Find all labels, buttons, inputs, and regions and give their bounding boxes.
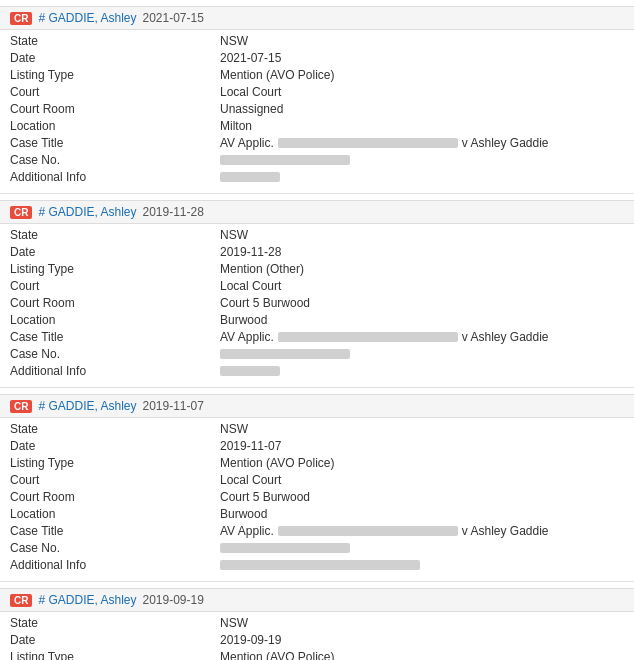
field-row-location: LocationMilton	[10, 117, 624, 134]
field-label: Location	[10, 313, 220, 327]
redacted-bar	[220, 366, 280, 376]
case-title-prefix: AV Applic.	[220, 524, 274, 538]
field-value: 2019-09-19	[220, 633, 624, 647]
field-label: Case No.	[10, 153, 220, 167]
field-value: NSW	[220, 228, 624, 242]
record-block-3: CR# GADDIE, Ashley2019-09-19StateNSWDate…	[0, 582, 634, 660]
record-block-1: CR# GADDIE, Ashley2019-11-28StateNSWDate…	[0, 194, 634, 388]
case-title-prefix: AV Applic.	[220, 136, 274, 150]
field-row-date: Date2019-09-19	[10, 631, 624, 648]
case-title-prefix: AV Applic.	[220, 330, 274, 344]
record-header-date: 2019-11-07	[143, 399, 204, 413]
field-value: AV Applic.v Ashley Gaddie	[220, 524, 624, 538]
field-row-additional-info: Additional Info	[10, 168, 624, 185]
case-title-inline: AV Applic.v Ashley Gaddie	[220, 136, 624, 150]
field-value: Court 5 Burwood	[220, 296, 624, 310]
field-row-listing-type: Listing TypeMention (AVO Police)	[10, 454, 624, 471]
field-label: Date	[10, 439, 220, 453]
field-row-location: LocationBurwood	[10, 311, 624, 328]
redacted-bar	[220, 349, 350, 359]
field-value: Burwood	[220, 507, 624, 521]
field-value	[220, 541, 624, 555]
field-row-listing-type: Listing TypeMention (AVO Police)	[10, 648, 624, 660]
field-label: Case Title	[10, 136, 220, 150]
field-row-case-title: Case TitleAV Applic.v Ashley Gaddie	[10, 522, 624, 539]
field-value: Mention (AVO Police)	[220, 456, 624, 470]
case-title-inline: AV Applic.v Ashley Gaddie	[220, 524, 624, 538]
record-name[interactable]: # GADDIE, Ashley	[38, 399, 136, 413]
field-label: Court	[10, 473, 220, 487]
field-value: Mention (Other)	[220, 262, 624, 276]
field-row-court: CourtLocal Court	[10, 83, 624, 100]
field-row-court-room: Court RoomCourt 5 Burwood	[10, 488, 624, 505]
field-value: AV Applic.v Ashley Gaddie	[220, 136, 624, 150]
field-label: Court	[10, 85, 220, 99]
cr-badge: CR	[10, 400, 32, 413]
field-value	[220, 153, 624, 167]
case-title-inline: AV Applic.v Ashley Gaddie	[220, 330, 624, 344]
record-name[interactable]: # GADDIE, Ashley	[38, 205, 136, 219]
field-value: Local Court	[220, 279, 624, 293]
field-label: Date	[10, 633, 220, 647]
field-label: Listing Type	[10, 68, 220, 82]
field-label: Additional Info	[10, 364, 220, 378]
field-value	[220, 170, 624, 184]
field-value: AV Applic.v Ashley Gaddie	[220, 330, 624, 344]
redacted-bar	[278, 526, 458, 536]
field-row-case-no.: Case No.	[10, 345, 624, 362]
field-value: NSW	[220, 616, 624, 630]
record-header-2: CR# GADDIE, Ashley2019-11-07	[0, 394, 634, 418]
field-value: Local Court	[220, 473, 624, 487]
field-row-location: LocationBurwood	[10, 505, 624, 522]
field-row-state: StateNSW	[10, 420, 624, 437]
field-value	[220, 558, 624, 572]
cr-badge: CR	[10, 206, 32, 219]
field-label: Listing Type	[10, 650, 220, 661]
field-label: Court Room	[10, 102, 220, 116]
field-row-case-title: Case TitleAV Applic.v Ashley Gaddie	[10, 328, 624, 345]
field-value	[220, 347, 624, 361]
record-header-3: CR# GADDIE, Ashley2019-09-19	[0, 588, 634, 612]
field-value: 2019-11-07	[220, 439, 624, 453]
record-name[interactable]: # GADDIE, Ashley	[38, 11, 136, 25]
case-title-suffix: v Ashley Gaddie	[462, 524, 549, 538]
field-label: State	[10, 616, 220, 630]
field-row-state: StateNSW	[10, 32, 624, 49]
redacted-bar	[220, 543, 350, 553]
record-header-0: CR# GADDIE, Ashley2021-07-15	[0, 6, 634, 30]
field-value: NSW	[220, 422, 624, 436]
record-block-0: CR# GADDIE, Ashley2021-07-15StateNSWDate…	[0, 0, 634, 194]
field-value: Milton	[220, 119, 624, 133]
record-header-date: 2019-09-19	[143, 593, 204, 607]
field-label: State	[10, 422, 220, 436]
record-header-date: 2019-11-28	[143, 205, 204, 219]
field-value: Burwood	[220, 313, 624, 327]
field-row-state: StateNSW	[10, 226, 624, 243]
record-header-date: 2021-07-15	[143, 11, 204, 25]
field-label: Case Title	[10, 330, 220, 344]
field-row-additional-info: Additional Info	[10, 556, 624, 573]
field-row-case-no.: Case No.	[10, 539, 624, 556]
field-label: Location	[10, 119, 220, 133]
field-label: State	[10, 228, 220, 242]
field-label: Date	[10, 245, 220, 259]
field-row-court: CourtLocal Court	[10, 471, 624, 488]
field-value: Mention (AVO Police)	[220, 650, 624, 661]
field-label: Case No.	[10, 541, 220, 555]
field-row-listing-type: Listing TypeMention (AVO Police)	[10, 66, 624, 83]
field-row-court-room: Court RoomCourt 5 Burwood	[10, 294, 624, 311]
field-row-court: CourtLocal Court	[10, 277, 624, 294]
field-row-date: Date2019-11-07	[10, 437, 624, 454]
record-header-1: CR# GADDIE, Ashley2019-11-28	[0, 200, 634, 224]
redacted-bar	[278, 332, 458, 342]
field-value: NSW	[220, 34, 624, 48]
field-label: Court Room	[10, 296, 220, 310]
field-label: Listing Type	[10, 456, 220, 470]
field-row-case-no.: Case No.	[10, 151, 624, 168]
records-container: CR# GADDIE, Ashley2021-07-15StateNSWDate…	[0, 0, 634, 660]
case-title-suffix: v Ashley Gaddie	[462, 330, 549, 344]
record-fields-3: StateNSWDate2019-09-19Listing TypeMentio…	[0, 612, 634, 660]
field-label: Additional Info	[10, 558, 220, 572]
field-value: Mention (AVO Police)	[220, 68, 624, 82]
record-name[interactable]: # GADDIE, Ashley	[38, 593, 136, 607]
